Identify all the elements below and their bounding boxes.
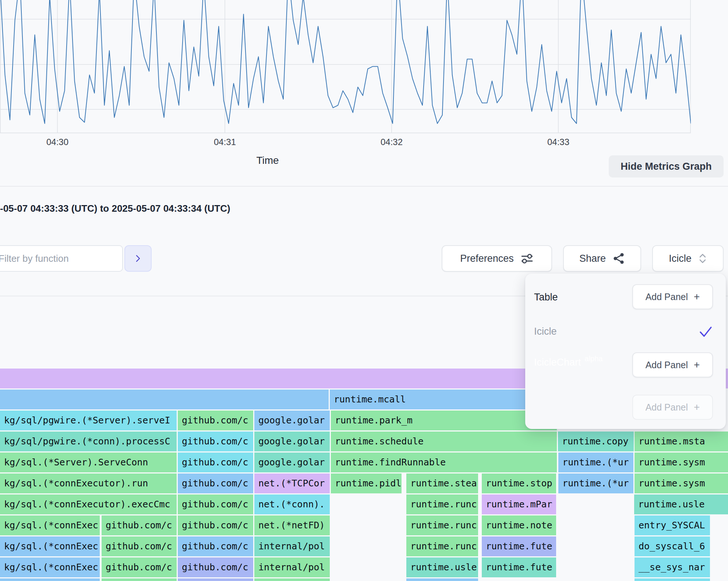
flame-row: kg/sql.(*connExecutor).execCmcgithub.com… — [0, 494, 728, 514]
flame-cell[interactable]: runtime.pidl — [331, 473, 402, 493]
flame-cell[interactable]: github.com/c — [102, 557, 177, 577]
flame-cell[interactable]: runtime.park_m — [331, 411, 557, 430]
flame-cell[interactable]: runtime.sysm — [635, 473, 728, 493]
flame-cell[interactable]: runtime.note — [482, 515, 556, 535]
add-panel-label: Add Panel — [646, 402, 688, 413]
flame-cell[interactable]: kg/sql/pgwire.(*conn).processC — [0, 432, 177, 451]
flame-cell[interactable]: do_syscall_6 — [635, 536, 710, 556]
alpha-badge: alpha — [585, 355, 603, 363]
profiler-app: { "chart_data": { "type": "line", "title… — [0, 0, 728, 581]
check-icon — [699, 326, 713, 338]
flame-cell[interactable]: kg/sql.(*connExec — [0, 515, 100, 535]
flame-cell[interactable]: google.golar — [254, 453, 330, 472]
iciclechart-label: IcicleChartalpha — [534, 357, 602, 368]
flame-cell[interactable]: runtime.usle — [634, 494, 728, 514]
flame-cell[interactable]: runtime.(*ur — [558, 453, 633, 472]
flame-cell[interactable] — [635, 578, 710, 581]
flame-cell[interactable]: runtime.runc — [406, 494, 478, 514]
menu-item-icicle[interactable]: Icicle — [534, 326, 557, 337]
flame-row: kg/sql/pgwire.(*conn).processCgithub.com… — [0, 432, 728, 451]
flame-cell[interactable]: github.com/c — [178, 473, 253, 493]
flame-cell[interactable]: runtime.runc — [406, 536, 478, 556]
plus-icon: + — [694, 291, 700, 303]
plus-icon: + — [694, 401, 700, 413]
flame-row: kg/sql.(*connExecutor).rungithub.com/cne… — [0, 473, 728, 493]
flame-cell[interactable]: runtime.copy — [558, 432, 634, 451]
flame-cell[interactable] — [102, 578, 177, 581]
flame-cell[interactable]: runtime.schedule — [331, 432, 557, 451]
flame-cell[interactable]: kg/sql.(*Server).ServeConn — [0, 453, 177, 472]
flame-cell[interactable]: kg/sql.(*connExecutor).run — [0, 473, 177, 493]
flame-cell[interactable] — [0, 390, 329, 409]
flame-row: kg/sql.(*connExecgithub.com/cgithub.com/… — [0, 557, 728, 577]
flame-cell[interactable]: net.(*netFD) — [254, 515, 330, 535]
flame-cell[interactable]: runtime.(*ur — [558, 473, 633, 493]
flame-cell[interactable]: google.golar — [254, 432, 330, 451]
flame-cell[interactable]: runtime.mPar — [482, 494, 556, 514]
flame-cell[interactable]: entry_SYSCAL — [635, 515, 710, 535]
menu-item-table[interactable]: Table — [534, 292, 558, 303]
flame-cell[interactable]: github.com/c — [178, 536, 253, 556]
add-panel-label: Add Panel — [646, 292, 688, 302]
flame-row — [0, 578, 728, 581]
flame-cell[interactable] — [254, 578, 330, 581]
flame-cell[interactable] — [0, 578, 100, 581]
flame-cell[interactable]: runtime.usle — [406, 557, 478, 577]
flame-cell[interactable]: kg/sql.(*connExecutor).execCmc — [0, 494, 177, 514]
flame-cell[interactable]: kg/sql.(*connExec — [0, 536, 100, 556]
flame-row: kg/sql.(*connExecgithub.com/cgithub.com/… — [0, 536, 728, 556]
flame-cell[interactable]: runtime.mcall — [330, 390, 557, 409]
flame-cell[interactable]: internal/pol — [254, 557, 330, 577]
flame-cell[interactable]: kg/sql/pgwire.(*Server).serveI — [0, 411, 177, 430]
plus-icon: + — [694, 359, 700, 371]
flame-cell[interactable] — [406, 578, 478, 581]
flame-cell[interactable]: kg/sql.(*connExec — [0, 557, 100, 577]
menu-item-iciclechart[interactable]: IcicleChartalpha Add Panel + — [525, 345, 726, 384]
flame-cell[interactable]: __se_sys_nar — [635, 557, 710, 577]
flame-cell[interactable]: github.com/c — [102, 515, 177, 535]
flame-row: kg/sql.(*Server).ServeConngithub.com/cgo… — [0, 453, 728, 472]
flame-cell[interactable]: net.(*TCPCor — [254, 473, 330, 493]
flame-cell[interactable]: github.com/c — [178, 557, 253, 577]
flame-cell[interactable]: github.com/c — [102, 536, 177, 556]
flame-cell[interactable]: runtime.fute — [482, 557, 556, 577]
flame-cell[interactable]: runtime.findRunnable — [331, 453, 557, 472]
flame-cell[interactable]: runtime.sysm — [635, 453, 728, 472]
flame-cell[interactable]: github.com/c — [178, 515, 253, 535]
flame-cell[interactable]: net.(*conn). — [254, 494, 330, 514]
view-dropdown-menu: Table Add Panel + Icicle IcicleChartalph… — [525, 274, 726, 429]
flame-cell[interactable]: google.golar — [254, 411, 330, 430]
flame-cell[interactable]: github.com/c — [178, 411, 253, 430]
flame-cell[interactable]: runtime.stop — [482, 473, 556, 493]
flame-row: kg/sql.(*connExecgithub.com/cgithub.com/… — [0, 515, 728, 535]
flame-cell[interactable]: internal/pol — [254, 536, 330, 556]
flame-cell[interactable]: github.com/c — [178, 432, 253, 451]
flame-cell[interactable] — [178, 578, 253, 581]
add-panel-table-button[interactable]: Add Panel + — [632, 284, 713, 309]
flame-cell[interactable]: github.com/c — [178, 453, 253, 472]
add-panel-iciclechart-button[interactable]: Add Panel + — [632, 352, 713, 377]
flame-cell[interactable]: runtime.stea — [406, 473, 478, 493]
flame-cell[interactable]: github.com/c — [178, 494, 253, 514]
flame-cell[interactable]: runtime.fute — [482, 536, 556, 556]
add-panel-disabled-button: Add Panel + — [632, 395, 713, 420]
flame-cell[interactable]: runtime.msta — [635, 432, 728, 451]
flame-cell[interactable]: runtime.runc — [406, 515, 478, 535]
add-panel-label: Add Panel — [646, 360, 688, 370]
